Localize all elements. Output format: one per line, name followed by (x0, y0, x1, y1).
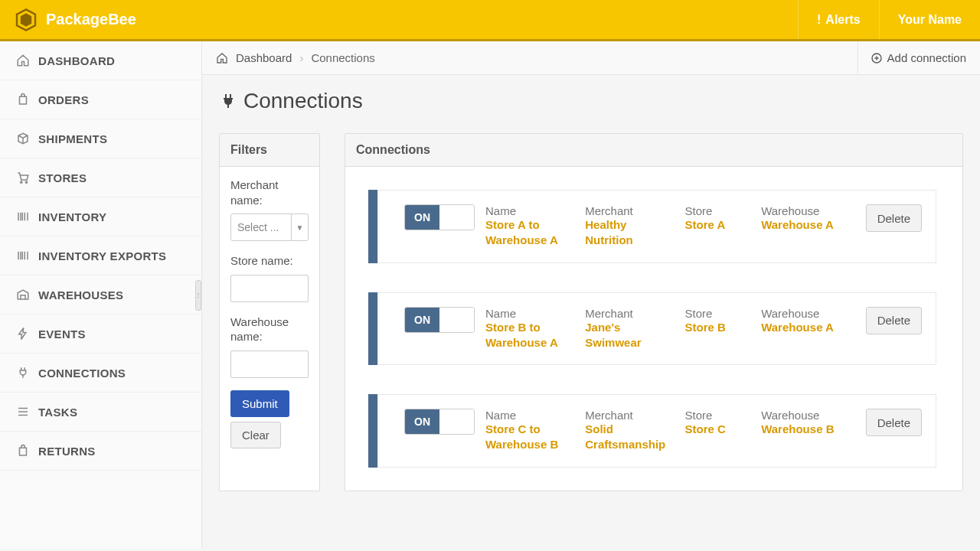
status-toggle[interactable]: ON (404, 307, 475, 333)
toggle-on-label: ON (405, 409, 439, 434)
nav-label: CONNECTIONS (38, 367, 126, 380)
merchant-link[interactable]: Healthy Nutrition (585, 217, 671, 249)
svg-point-3 (25, 181, 27, 183)
plus-circle-icon (871, 52, 883, 64)
add-connection-button[interactable]: Add connection (858, 41, 966, 74)
name-label: Name (485, 307, 571, 320)
warehouse-name-input[interactable] (230, 350, 309, 378)
warehouse-link[interactable]: Warehouse A (761, 320, 854, 335)
submit-button[interactable]: Submit (230, 390, 289, 417)
warehouse-link[interactable]: Warehouse A (761, 217, 854, 233)
toggle-off-slot (439, 409, 474, 434)
list-icon (15, 405, 31, 419)
nav-label: ORDERS (38, 93, 89, 106)
nav-label: TASKS (38, 406, 77, 419)
delete-button[interactable]: Delete (866, 409, 922, 436)
sidebar-collapse-handle[interactable]: ⋮ (195, 280, 201, 311)
connections-panel-title: Connections (345, 134, 962, 167)
connection-fields: Name Store B to Warehouse A Merchant Jan… (485, 307, 855, 351)
delete-button[interactable]: Delete (866, 204, 922, 232)
warehouse-icon (15, 288, 31, 302)
alert-icon: ! (817, 13, 821, 27)
brand-logo-icon (14, 8, 38, 32)
toggle-off-slot (439, 205, 474, 230)
nav-label: WAREHOUSES (38, 289, 123, 302)
bag-icon (15, 444, 31, 458)
connection-card: ON Name Store A to Warehouse A Merchant … (377, 190, 936, 263)
name-label: Name (485, 204, 571, 217)
plug-icon (219, 92, 237, 110)
store-label: Store (685, 409, 748, 422)
store-link[interactable]: Store B (685, 320, 748, 335)
merchant-link[interactable]: Jane's Swimwear (585, 320, 671, 351)
sidebar-item-tasks[interactable]: TASKS (0, 393, 201, 432)
status-toggle[interactable]: ON (404, 204, 475, 230)
store-label: Store (685, 307, 748, 320)
name-label: Name (485, 409, 571, 422)
status-toggle[interactable]: ON (404, 409, 475, 435)
breadcrumb-dashboard[interactable]: Dashboard (236, 51, 292, 64)
store-link[interactable]: Store C (685, 422, 748, 437)
nav-label: RETURNS (38, 445, 96, 458)
merchant-label: Merchant (585, 409, 671, 422)
row-accent (368, 292, 377, 366)
row-accent (368, 394, 377, 468)
connection-name-link[interactable]: Store B to Warehouse A (485, 320, 571, 351)
filters-panel-title: Filters (220, 134, 319, 167)
nav-label: DASHBOARD (38, 54, 115, 67)
sidebar-item-dashboard[interactable]: DASHBOARD (0, 41, 201, 80)
bag-icon (15, 93, 31, 106)
package-icon (15, 132, 31, 145)
merchant-label: Merchant (585, 307, 671, 320)
merchant-link[interactable]: Solid Craftsmanship (585, 422, 671, 453)
merchant-select[interactable]: Select ... ▼ (230, 214, 309, 241)
header-right: ! Alerts Your Name (798, 0, 980, 39)
sidebar-item-inventory-exports[interactable]: INVENTORY EXPORTS (0, 236, 201, 276)
row-accent (368, 190, 377, 263)
warehouse-label: Warehouse (761, 307, 854, 320)
sidebar-item-shipments[interactable]: SHIPMENTS (0, 119, 201, 158)
sidebar-item-warehouses[interactable]: WAREHOUSES (0, 276, 201, 315)
toggle-on-label: ON (405, 308, 439, 332)
connection-row: ON Name Store B to Warehouse A Merchant … (368, 292, 962, 366)
toggle-off-slot (439, 308, 474, 332)
sidebar-item-connections[interactable]: CONNECTIONS (0, 354, 201, 393)
connections-panel: Connections ON Name Store A to Warehouse… (345, 133, 963, 491)
alerts-button[interactable]: ! Alerts (798, 0, 879, 39)
connection-row: ON Name Store C to Warehouse B Merchant … (368, 394, 962, 468)
warehouse-label: Warehouse (761, 409, 854, 422)
sidebar-item-inventory[interactable]: INVENTORY (0, 197, 201, 236)
nav-label: INVENTORY EXPORTS (38, 249, 166, 262)
connection-card: ON Name Store B to Warehouse A Merchant … (377, 292, 936, 366)
clear-button[interactable]: Clear (230, 422, 281, 448)
home-icon (216, 52, 228, 64)
page-title: Connections (219, 89, 963, 113)
connection-name-link[interactable]: Store A to Warehouse A (485, 217, 571, 249)
connection-fields: Name Store A to Warehouse A Merchant Hea… (485, 204, 855, 249)
filters-panel: Filters Merchant name: Select ... ▼ Stor… (219, 133, 320, 491)
store-name-input[interactable] (230, 275, 309, 302)
user-name: Your Name (898, 13, 962, 27)
nav-label: SHIPMENTS (38, 132, 107, 145)
warehouse-link[interactable]: Warehouse B (761, 422, 854, 437)
sidebar-item-events[interactable]: EVENTS (0, 315, 201, 354)
merchant-select-value: Select ... (231, 214, 291, 240)
alerts-label: Alerts (825, 13, 860, 27)
barcode-icon (15, 210, 31, 223)
breadcrumb: Dashboard › Connections (216, 51, 375, 64)
sidebar-item-orders[interactable]: ORDERS (0, 80, 201, 119)
connection-name-link[interactable]: Store C to Warehouse B (485, 422, 571, 453)
store-label: Store (685, 204, 748, 217)
breadcrumb-current: Connections (311, 51, 374, 64)
svg-marker-1 (21, 13, 31, 27)
user-menu[interactable]: Your Name (879, 0, 980, 39)
barcode-icon (15, 249, 31, 262)
sidebar-item-returns[interactable]: RETURNS (0, 432, 201, 471)
cart-icon (15, 171, 31, 184)
delete-button[interactable]: Delete (866, 307, 922, 334)
app-header: PackageBee ! Alerts Your Name (0, 0, 980, 41)
sidebar-item-stores[interactable]: STORES (0, 158, 201, 197)
store-link[interactable]: Store A (685, 217, 748, 233)
home-icon (15, 54, 31, 67)
nav-label: STORES (38, 171, 87, 184)
